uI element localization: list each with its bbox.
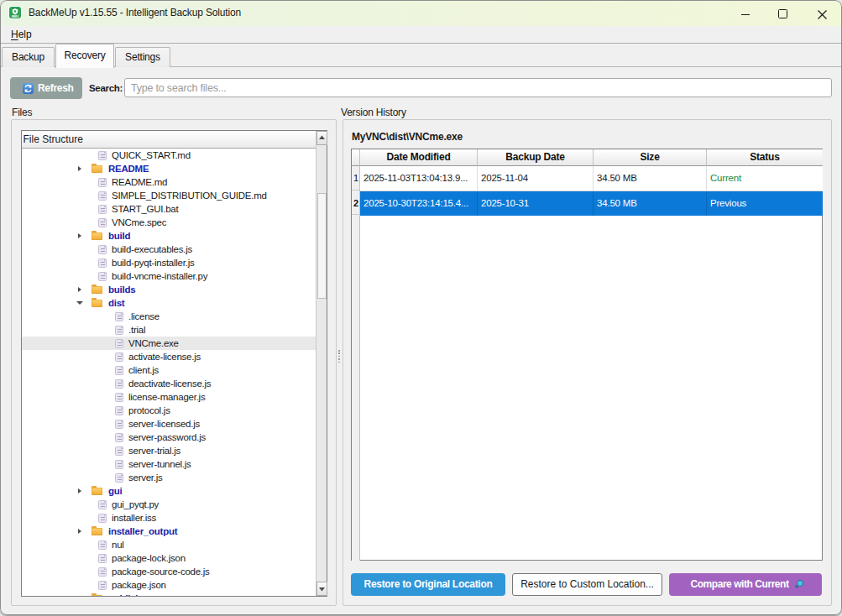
svg-text:BMU: BMU: [12, 15, 19, 18]
